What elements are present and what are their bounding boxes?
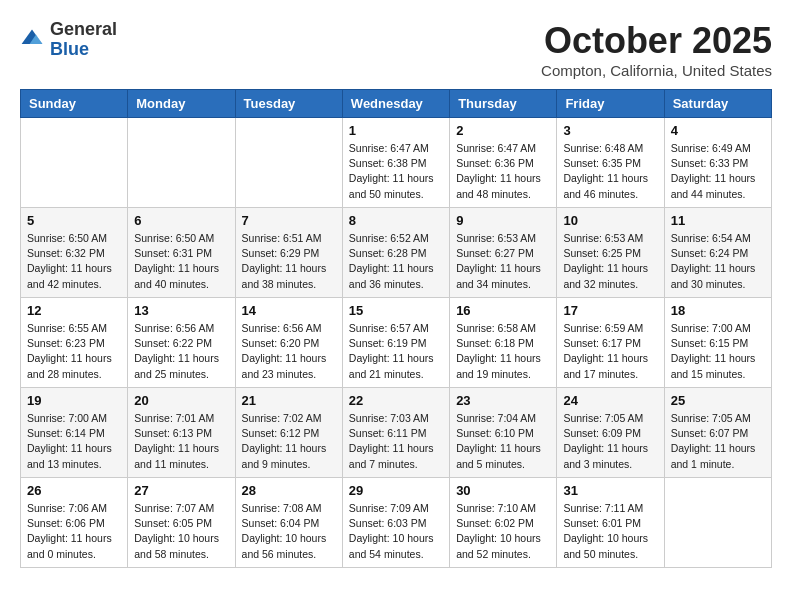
- day-info: Sunrise: 6:59 AM Sunset: 6:17 PM Dayligh…: [563, 321, 657, 382]
- calendar-cell: 1Sunrise: 6:47 AM Sunset: 6:38 PM Daylig…: [342, 118, 449, 208]
- calendar-cell: 2Sunrise: 6:47 AM Sunset: 6:36 PM Daylig…: [450, 118, 557, 208]
- day-number: 21: [242, 393, 336, 408]
- day-info: Sunrise: 6:55 AM Sunset: 6:23 PM Dayligh…: [27, 321, 121, 382]
- day-info: Sunrise: 6:50 AM Sunset: 6:31 PM Dayligh…: [134, 231, 228, 292]
- calendar-cell: 21Sunrise: 7:02 AM Sunset: 6:12 PM Dayli…: [235, 388, 342, 478]
- day-info: Sunrise: 7:07 AM Sunset: 6:05 PM Dayligh…: [134, 501, 228, 562]
- calendar-cell: 5Sunrise: 6:50 AM Sunset: 6:32 PM Daylig…: [21, 208, 128, 298]
- day-info: Sunrise: 6:48 AM Sunset: 6:35 PM Dayligh…: [563, 141, 657, 202]
- calendar-cell: 31Sunrise: 7:11 AM Sunset: 6:01 PM Dayli…: [557, 478, 664, 568]
- day-number: 28: [242, 483, 336, 498]
- day-number: 20: [134, 393, 228, 408]
- day-info: Sunrise: 7:01 AM Sunset: 6:13 PM Dayligh…: [134, 411, 228, 472]
- day-info: Sunrise: 6:57 AM Sunset: 6:19 PM Dayligh…: [349, 321, 443, 382]
- day-info: Sunrise: 7:05 AM Sunset: 6:07 PM Dayligh…: [671, 411, 765, 472]
- day-number: 2: [456, 123, 550, 138]
- day-number: 27: [134, 483, 228, 498]
- day-number: 13: [134, 303, 228, 318]
- day-info: Sunrise: 7:06 AM Sunset: 6:06 PM Dayligh…: [27, 501, 121, 562]
- day-info: Sunrise: 6:54 AM Sunset: 6:24 PM Dayligh…: [671, 231, 765, 292]
- calendar-cell: [664, 478, 771, 568]
- calendar-header-row: SundayMondayTuesdayWednesdayThursdayFrid…: [21, 90, 772, 118]
- calendar-cell: 18Sunrise: 7:00 AM Sunset: 6:15 PM Dayli…: [664, 298, 771, 388]
- logo-general: General: [50, 20, 117, 40]
- weekday-header: Thursday: [450, 90, 557, 118]
- calendar-cell: 19Sunrise: 7:00 AM Sunset: 6:14 PM Dayli…: [21, 388, 128, 478]
- calendar-cell: 9Sunrise: 6:53 AM Sunset: 6:27 PM Daylig…: [450, 208, 557, 298]
- calendar-cell: 3Sunrise: 6:48 AM Sunset: 6:35 PM Daylig…: [557, 118, 664, 208]
- day-number: 12: [27, 303, 121, 318]
- calendar-cell: 26Sunrise: 7:06 AM Sunset: 6:06 PM Dayli…: [21, 478, 128, 568]
- calendar-week-row: 26Sunrise: 7:06 AM Sunset: 6:06 PM Dayli…: [21, 478, 772, 568]
- calendar-cell: 12Sunrise: 6:55 AM Sunset: 6:23 PM Dayli…: [21, 298, 128, 388]
- calendar-cell: 17Sunrise: 6:59 AM Sunset: 6:17 PM Dayli…: [557, 298, 664, 388]
- weekday-header: Sunday: [21, 90, 128, 118]
- day-number: 16: [456, 303, 550, 318]
- calendar-cell: 7Sunrise: 6:51 AM Sunset: 6:29 PM Daylig…: [235, 208, 342, 298]
- day-info: Sunrise: 7:09 AM Sunset: 6:03 PM Dayligh…: [349, 501, 443, 562]
- calendar-cell: 24Sunrise: 7:05 AM Sunset: 6:09 PM Dayli…: [557, 388, 664, 478]
- page-header: General Blue October 2025 Compton, Calif…: [20, 20, 772, 79]
- day-number: 10: [563, 213, 657, 228]
- day-number: 9: [456, 213, 550, 228]
- weekday-header: Wednesday: [342, 90, 449, 118]
- calendar-cell: [235, 118, 342, 208]
- day-number: 25: [671, 393, 765, 408]
- day-number: 8: [349, 213, 443, 228]
- calendar-cell: 20Sunrise: 7:01 AM Sunset: 6:13 PM Dayli…: [128, 388, 235, 478]
- day-info: Sunrise: 6:47 AM Sunset: 6:38 PM Dayligh…: [349, 141, 443, 202]
- logo-blue: Blue: [50, 40, 117, 60]
- day-info: Sunrise: 6:51 AM Sunset: 6:29 PM Dayligh…: [242, 231, 336, 292]
- day-number: 1: [349, 123, 443, 138]
- day-number: 7: [242, 213, 336, 228]
- day-info: Sunrise: 7:04 AM Sunset: 6:10 PM Dayligh…: [456, 411, 550, 472]
- calendar-cell: 14Sunrise: 6:56 AM Sunset: 6:20 PM Dayli…: [235, 298, 342, 388]
- day-number: 18: [671, 303, 765, 318]
- calendar-cell: [128, 118, 235, 208]
- calendar-week-row: 19Sunrise: 7:00 AM Sunset: 6:14 PM Dayli…: [21, 388, 772, 478]
- day-number: 3: [563, 123, 657, 138]
- logo-icon: [20, 28, 44, 52]
- day-info: Sunrise: 7:05 AM Sunset: 6:09 PM Dayligh…: [563, 411, 657, 472]
- calendar-cell: 25Sunrise: 7:05 AM Sunset: 6:07 PM Dayli…: [664, 388, 771, 478]
- calendar-cell: 22Sunrise: 7:03 AM Sunset: 6:11 PM Dayli…: [342, 388, 449, 478]
- calendar-cell: 4Sunrise: 6:49 AM Sunset: 6:33 PM Daylig…: [664, 118, 771, 208]
- calendar-cell: 15Sunrise: 6:57 AM Sunset: 6:19 PM Dayli…: [342, 298, 449, 388]
- day-number: 26: [27, 483, 121, 498]
- day-number: 5: [27, 213, 121, 228]
- weekday-header: Saturday: [664, 90, 771, 118]
- day-info: Sunrise: 7:11 AM Sunset: 6:01 PM Dayligh…: [563, 501, 657, 562]
- day-info: Sunrise: 7:08 AM Sunset: 6:04 PM Dayligh…: [242, 501, 336, 562]
- day-number: 15: [349, 303, 443, 318]
- day-number: 23: [456, 393, 550, 408]
- calendar-cell: 6Sunrise: 6:50 AM Sunset: 6:31 PM Daylig…: [128, 208, 235, 298]
- weekday-header: Monday: [128, 90, 235, 118]
- day-number: 31: [563, 483, 657, 498]
- day-number: 17: [563, 303, 657, 318]
- day-info: Sunrise: 6:52 AM Sunset: 6:28 PM Dayligh…: [349, 231, 443, 292]
- day-info: Sunrise: 7:00 AM Sunset: 6:14 PM Dayligh…: [27, 411, 121, 472]
- calendar-cell: 30Sunrise: 7:10 AM Sunset: 6:02 PM Dayli…: [450, 478, 557, 568]
- day-info: Sunrise: 6:50 AM Sunset: 6:32 PM Dayligh…: [27, 231, 121, 292]
- day-info: Sunrise: 6:58 AM Sunset: 6:18 PM Dayligh…: [456, 321, 550, 382]
- month-title: October 2025: [541, 20, 772, 62]
- title-block: October 2025 Compton, California, United…: [541, 20, 772, 79]
- calendar-table: SundayMondayTuesdayWednesdayThursdayFrid…: [20, 89, 772, 568]
- day-info: Sunrise: 6:53 AM Sunset: 6:25 PM Dayligh…: [563, 231, 657, 292]
- calendar-cell: 13Sunrise: 6:56 AM Sunset: 6:22 PM Dayli…: [128, 298, 235, 388]
- calendar-cell: 11Sunrise: 6:54 AM Sunset: 6:24 PM Dayli…: [664, 208, 771, 298]
- calendar-cell: 23Sunrise: 7:04 AM Sunset: 6:10 PM Dayli…: [450, 388, 557, 478]
- day-number: 4: [671, 123, 765, 138]
- day-number: 11: [671, 213, 765, 228]
- calendar-cell: [21, 118, 128, 208]
- day-number: 30: [456, 483, 550, 498]
- day-info: Sunrise: 6:49 AM Sunset: 6:33 PM Dayligh…: [671, 141, 765, 202]
- weekday-header: Friday: [557, 90, 664, 118]
- day-number: 22: [349, 393, 443, 408]
- logo-text: General Blue: [50, 20, 117, 60]
- logo: General Blue: [20, 20, 117, 60]
- day-info: Sunrise: 7:00 AM Sunset: 6:15 PM Dayligh…: [671, 321, 765, 382]
- day-info: Sunrise: 6:56 AM Sunset: 6:20 PM Dayligh…: [242, 321, 336, 382]
- day-info: Sunrise: 7:10 AM Sunset: 6:02 PM Dayligh…: [456, 501, 550, 562]
- calendar-week-row: 12Sunrise: 6:55 AM Sunset: 6:23 PM Dayli…: [21, 298, 772, 388]
